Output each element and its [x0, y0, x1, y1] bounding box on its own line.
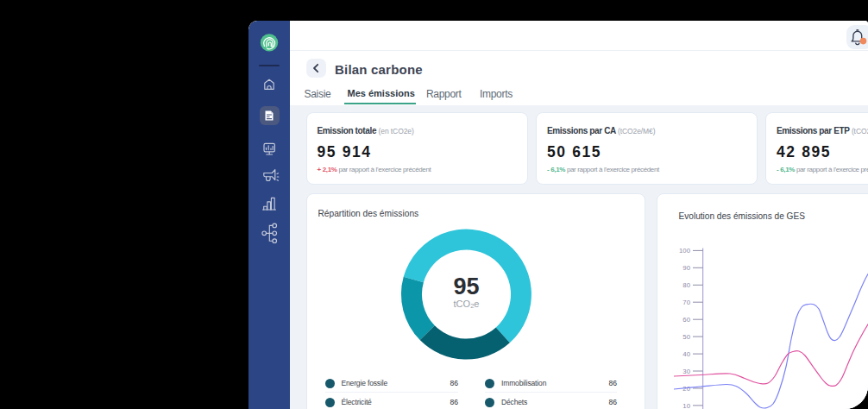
svg-text:40: 40 [682, 350, 690, 358]
svg-text:100: 100 [679, 247, 691, 255]
svg-text:90: 90 [682, 264, 690, 272]
svg-text:tCO2e: tCO2e [454, 299, 480, 311]
svg-text:95: 95 [453, 274, 479, 299]
svg-text:50: 50 [682, 333, 690, 341]
svg-text:80: 80 [682, 281, 690, 289]
svg-text:70: 70 [682, 299, 690, 306]
svg-text:10: 10 [682, 402, 690, 409]
svg-text:30: 30 [682, 368, 690, 375]
svg-text:60: 60 [682, 316, 690, 324]
